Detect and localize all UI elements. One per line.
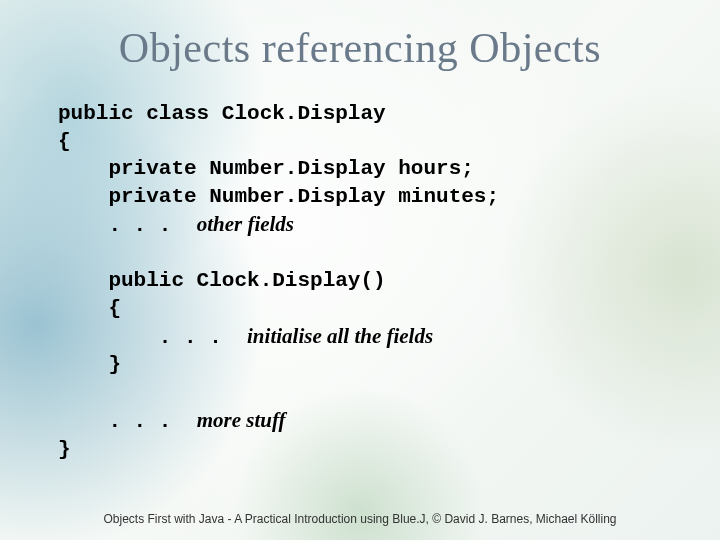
code-line: }: [58, 353, 121, 376]
slide-title: Objects referencing Objects: [50, 24, 670, 72]
code-line: . . .: [58, 410, 197, 433]
code-comment: initialise all the fields: [247, 324, 433, 348]
footer-text: Objects First with Java - A Practical In…: [0, 512, 720, 526]
code-line: private Number.Display minutes;: [58, 185, 499, 208]
code-comment: other fields: [197, 212, 294, 236]
code-line: {: [58, 130, 71, 153]
code-line: . . .: [58, 326, 247, 349]
slide: Objects referencing Objects public class…: [0, 0, 720, 540]
code-block: public class Clock.Display { private Num…: [50, 100, 670, 463]
code-line: {: [58, 297, 121, 320]
code-line: public class Clock.Display: [58, 102, 386, 125]
code-line: . . .: [58, 214, 197, 237]
code-line: }: [58, 438, 71, 461]
code-comment: more stuff: [197, 408, 286, 432]
code-line: public Clock.Display(): [58, 269, 386, 292]
code-line: private Number.Display hours;: [58, 157, 474, 180]
